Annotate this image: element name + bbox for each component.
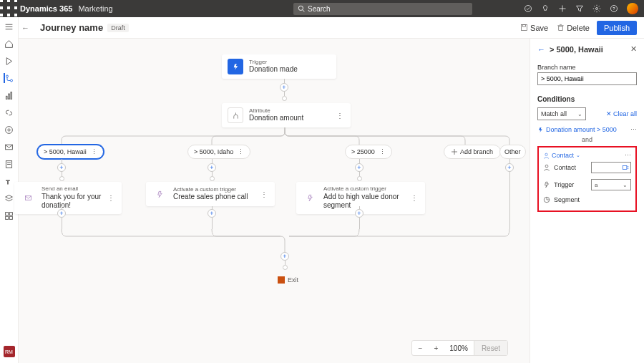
panel-close-button[interactable]: ✕ — [630, 44, 637, 54]
svg-point-14 — [596, 8, 598, 10]
trigger-icon — [228, 59, 243, 74]
pill-more-icon[interactable]: ⋮ — [238, 148, 244, 155]
condition-link[interactable]: Donation amount > 5000 ⋯ — [537, 126, 637, 133]
assistant-icon[interactable] — [524, 4, 532, 13]
pill-more-icon[interactable]: ⋮ — [379, 148, 386, 155]
nav-mail-icon[interactable] — [4, 142, 14, 152]
trigger-card[interactable]: Trigger Donation made — [222, 54, 336, 79]
nav-journey-icon[interactable] — [4, 73, 14, 83]
global-header: Dynamics 365 Marketing Search ? — [0, 0, 644, 17]
nav-analytics-icon[interactable] — [4, 90, 14, 100]
svg-rect-6 — [0, 14, 3, 16]
nav-home-icon[interactable] — [4, 39, 14, 49]
help-icon[interactable]: ? — [610, 4, 618, 13]
status-badge: Draft — [107, 24, 129, 32]
dropdown-option-contact[interactable]: Contact — [543, 159, 631, 176]
match-select[interactable]: Match all — [537, 107, 586, 120]
zoom-out-button[interactable]: − — [412, 344, 428, 352]
nav-grid-icon[interactable] — [4, 210, 14, 221]
save-button[interactable]: Save — [516, 21, 552, 34]
svg-rect-37 — [6, 212, 9, 215]
user-badge[interactable]: RM — [4, 346, 15, 357]
lookup-input[interactable] — [591, 162, 631, 173]
add-step-button[interactable]: + — [57, 209, 66, 218]
svg-rect-0 — [0, 0, 3, 2]
nav-form-icon[interactable] — [4, 159, 14, 169]
panel-title: > 5000, Hawaii — [550, 45, 603, 54]
action-card-0[interactable]: Send an email Thank you for your donatio… — [14, 182, 122, 214]
add-branch-button[interactable]: Add branch — [444, 145, 501, 159]
svg-point-31 — [8, 128, 10, 130]
svg-rect-18 — [522, 24, 525, 26]
svg-rect-2 — [14, 0, 17, 2]
publish-button[interactable]: Publish — [597, 21, 637, 35]
branch-name-input[interactable] — [537, 72, 637, 85]
attribute-card[interactable]: Attribute Donation amount ⋮ — [222, 103, 351, 127]
dropdown-option-segment[interactable]: Segment — [543, 193, 631, 206]
add-step-button[interactable]: + — [355, 163, 364, 172]
properties-panel: ← > 5000, Hawaii ✕ Branch name Condition… — [530, 39, 644, 363]
condition-more-icon[interactable]: ⋯ — [630, 126, 637, 133]
lightbulb-icon[interactable] — [541, 4, 550, 13]
global-search[interactable]: Search — [293, 3, 472, 15]
pill-more-icon[interactable]: ⋮ — [91, 148, 97, 155]
card-more-icon[interactable]: ⋮ — [335, 112, 345, 120]
card-more-icon[interactable]: ⋮ — [409, 194, 419, 202]
search-placeholder: Search — [308, 5, 331, 13]
branch-pill-0[interactable]: > 5000, Hawaii ⋮ — [37, 145, 104, 159]
and-label: and — [537, 136, 637, 143]
svg-point-11 — [525, 6, 532, 12]
segment-icon — [543, 196, 550, 203]
add-step-button[interactable]: + — [208, 163, 216, 172]
user-avatar[interactable] — [627, 3, 638, 14]
branch-pill-2[interactable]: > 25000 ⋮ — [345, 145, 392, 159]
nav-link-icon[interactable] — [4, 107, 14, 117]
zoom-value: 100% — [444, 344, 474, 352]
action-card-1[interactable]: Activate a custom trigger Create sales p… — [146, 182, 275, 206]
exit-node: Exit — [278, 276, 298, 284]
add-step-button[interactable]: + — [355, 209, 364, 218]
branch-other-pill[interactable]: Other — [499, 145, 526, 159]
flag-icon — [278, 276, 285, 284]
dropdown-more-icon[interactable]: ⋯ — [625, 152, 631, 159]
settings-icon[interactable] — [592, 4, 601, 13]
add-step-button[interactable]: + — [208, 209, 216, 218]
add-step-button[interactable]: + — [280, 83, 288, 92]
branch-pill-1[interactable]: > 5000, Idaho ⋮ — [187, 145, 250, 159]
trigger-action-icon — [152, 186, 167, 202]
nav-menu-icon[interactable] — [4, 21, 14, 32]
back-button[interactable]: ← — [21, 24, 34, 32]
app-launcher[interactable] — [0, 0, 17, 18]
clear-all-button[interactable]: ✕Clear all — [606, 110, 637, 117]
svg-point-25 — [6, 75, 8, 77]
add-step-button[interactable]: + — [57, 163, 66, 172]
plus-icon — [452, 149, 457, 155]
contact-icon — [543, 153, 550, 159]
trigger-name: Donation made — [249, 65, 298, 74]
card-more-icon[interactable]: ⋮ — [259, 190, 269, 198]
zoom-in-button[interactable]: + — [428, 344, 444, 352]
add-step-button[interactable]: + — [280, 252, 289, 261]
svg-point-45 — [545, 165, 548, 168]
search-icon — [298, 5, 305, 12]
header-actions: ? — [524, 3, 644, 14]
svg-line-10 — [303, 10, 305, 12]
svg-rect-3 — [0, 6, 3, 9]
nav-text-icon[interactable]: T — [4, 176, 14, 186]
delete-button[interactable]: Delete — [552, 21, 594, 34]
attribute-name: Donation amount — [249, 114, 303, 122]
add-icon[interactable] — [558, 4, 567, 13]
nav-play-icon[interactable] — [4, 56, 14, 66]
dropdown-header[interactable]: Contact ⌄ ⋯ — [543, 152, 631, 159]
card-more-icon[interactable]: ⋮ — [106, 194, 116, 202]
nav-layers-icon[interactable] — [4, 193, 14, 203]
nav-target-icon[interactable] — [4, 125, 14, 135]
panel-back-button[interactable]: ← — [537, 45, 545, 54]
trigger-select[interactable]: a — [591, 179, 631, 190]
zoom-reset-button[interactable]: Reset — [474, 341, 507, 355]
add-step-button[interactable]: + — [505, 163, 514, 172]
dropdown-option-trigger[interactable]: Trigger a — [543, 176, 631, 193]
contact-icon — [543, 164, 550, 171]
zoom-control: − + 100% Reset — [411, 340, 508, 356]
filter-icon[interactable] — [575, 4, 584, 13]
